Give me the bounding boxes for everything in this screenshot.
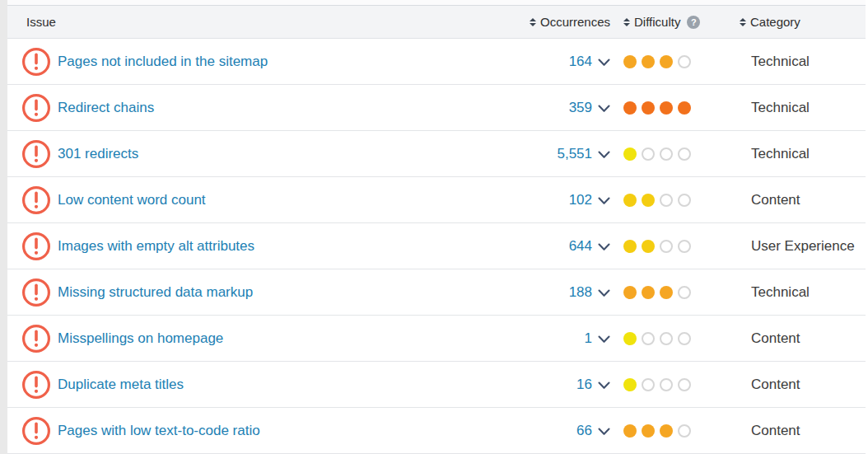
category-label: Technical (740, 284, 866, 301)
column-header-category[interactable]: Category (740, 15, 866, 29)
column-header-category-label: Category (750, 15, 800, 29)
category-label: Content (740, 192, 866, 208)
chevron-down-icon[interactable] (598, 333, 610, 344)
issue-cell: Pages not included in the sitemap (21, 47, 511, 77)
difficulty-rating (623, 286, 740, 299)
column-header-issue-label: Issue (26, 15, 56, 29)
table-row: Redirect chains 359 Technical (7, 85, 866, 131)
difficulty-dot-empty (660, 194, 673, 207)
occurrences-cell: 644 (511, 238, 610, 255)
chevron-down-icon[interactable] (598, 148, 610, 159)
difficulty-dot-empty (678, 286, 691, 299)
column-header-occurrences-label: Occurrences (540, 15, 610, 29)
category-label: Content (740, 423, 866, 439)
issue-link[interactable]: Pages with low text-to-code ratio (58, 423, 260, 439)
difficulty-dot-empty (660, 378, 673, 391)
difficulty-dot-empty (660, 147, 673, 161)
occurrences-value[interactable]: 164 (569, 54, 592, 70)
column-header-difficulty[interactable]: Difficulty ? (623, 15, 740, 29)
occurrences-value[interactable]: 359 (569, 100, 592, 116)
difficulty-dot-empty (678, 55, 691, 68)
occurrences-value[interactable]: 1 (585, 330, 592, 347)
warning-icon (21, 47, 51, 77)
category-label: Technical (740, 54, 866, 70)
issue-link[interactable]: Redirect chains (58, 100, 154, 116)
difficulty-dot-filled (623, 147, 637, 161)
chevron-down-icon[interactable] (598, 194, 610, 205)
table-row: Missing structured data markup 188 Techn… (7, 269, 866, 316)
difficulty-dot-filled (623, 332, 637, 345)
difficulty-dot-empty (678, 194, 691, 207)
issue-link[interactable]: Duplicate meta titles (58, 377, 184, 393)
table-row: Pages with low text-to-code ratio 66 Con… (7, 408, 866, 454)
difficulty-dot-filled (623, 424, 637, 438)
difficulty-dot-filled (623, 194, 637, 207)
difficulty-dot-empty (660, 332, 673, 345)
occurrences-value[interactable]: 16 (576, 377, 592, 393)
difficulty-dot-filled (642, 424, 655, 438)
chevron-down-icon[interactable] (598, 102, 610, 113)
issues-audit-page: Issue Occurrences Difficulty ? Category (0, 0, 868, 454)
issue-cell: Pages with low text-to-code ratio (21, 416, 511, 446)
column-header-occurrences[interactable]: Occurrences (511, 15, 610, 29)
help-icon[interactable]: ? (687, 16, 700, 29)
table-row: Misspellings on homepage 1 Content (7, 316, 866, 362)
issue-link[interactable]: Low content word count (58, 192, 206, 208)
difficulty-dot-filled (642, 286, 655, 299)
difficulty-dot-filled (642, 101, 655, 115)
category-label: User Experience (740, 238, 866, 255)
occurrences-cell: 1 (511, 330, 610, 347)
issue-link[interactable]: Images with empty alt attributes (58, 238, 254, 255)
difficulty-rating (623, 55, 740, 68)
category-label: Content (740, 330, 866, 347)
difficulty-rating (623, 240, 740, 253)
sort-icon[interactable] (623, 18, 630, 26)
chevron-down-icon[interactable] (598, 56, 610, 67)
occurrences-value[interactable]: 5,551 (557, 146, 592, 162)
difficulty-dot-filled (623, 240, 637, 253)
issue-link[interactable]: Missing structured data markup (58, 284, 253, 301)
difficulty-dot-filled (623, 286, 637, 299)
difficulty-dot-filled (660, 101, 673, 115)
occurrences-cell: 102 (511, 192, 610, 208)
issue-cell: 301 redirects (21, 139, 511, 169)
table-row: Pages not included in the sitemap 164 Te… (7, 39, 866, 85)
chevron-down-icon[interactable] (598, 287, 610, 297)
occurrences-value[interactable]: 644 (569, 238, 592, 255)
chevron-down-icon[interactable] (598, 379, 610, 390)
column-header-issue: Issue (26, 15, 511, 29)
occurrences-value[interactable]: 102 (569, 192, 592, 208)
category-label: Technical (740, 100, 866, 116)
difficulty-dot-filled (623, 101, 637, 115)
chevron-down-icon[interactable] (598, 241, 610, 251)
category-label: Technical (740, 146, 866, 162)
difficulty-dot-filled (660, 424, 673, 438)
issue-link[interactable]: Misspellings on homepage (58, 330, 223, 347)
chevron-down-icon[interactable] (598, 425, 610, 436)
warning-icon (21, 278, 51, 307)
warning-icon (21, 93, 51, 123)
occurrences-value[interactable]: 188 (569, 284, 592, 301)
issue-cell: Redirect chains (21, 93, 511, 123)
difficulty-dot-filled (660, 286, 673, 299)
category-label: Content (740, 377, 866, 393)
issue-link[interactable]: 301 redirects (58, 146, 138, 162)
occurrences-cell: 16 (511, 377, 610, 393)
occurrences-cell: 66 (511, 423, 610, 439)
issue-cell: Low content word count (21, 185, 511, 215)
difficulty-dot-filled (642, 240, 655, 253)
sort-icon[interactable] (740, 18, 746, 26)
difficulty-dot-filled (623, 55, 637, 68)
difficulty-dot-empty (642, 147, 655, 161)
occurrences-cell: 359 (511, 100, 610, 116)
difficulty-dot-filled (642, 194, 655, 207)
issue-link[interactable]: Pages not included in the sitemap (58, 54, 268, 70)
warning-icon (21, 370, 51, 400)
sort-icon[interactable] (530, 18, 536, 26)
issues-table: Issue Occurrences Difficulty ? Category (7, 0, 866, 454)
page-left-margin (0, 0, 7, 454)
issue-cell: Misspellings on homepage (21, 324, 511, 353)
table-row: Duplicate meta titles 16 Content (7, 362, 866, 408)
occurrences-value[interactable]: 66 (576, 423, 592, 439)
difficulty-dot-filled (623, 378, 637, 391)
